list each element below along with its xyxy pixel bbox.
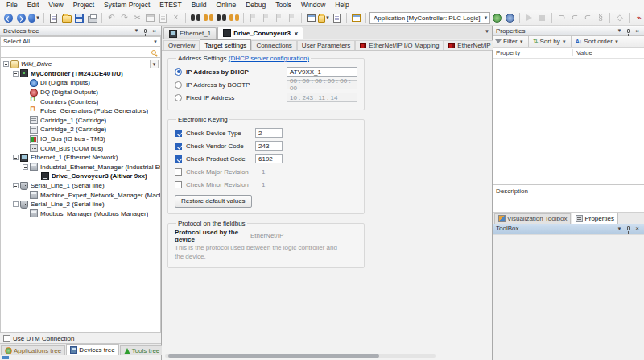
tab-overview[interactable]: Overview bbox=[163, 40, 200, 50]
tab-properties[interactable]: Properties bbox=[572, 213, 617, 224]
restore-default-values-button[interactable]: Restore default values bbox=[175, 195, 252, 208]
tab-connections[interactable]: Connections bbox=[251, 40, 296, 50]
bookmark-prev-icon[interactable] bbox=[273, 12, 285, 24]
tree-item-cartridge-2[interactable]: Cartridge_2 (Cartridge) bbox=[1, 125, 160, 134]
panel-menu-icon[interactable]: ▼ bbox=[132, 27, 141, 35]
menu-edit[interactable]: Edit bbox=[23, 1, 44, 9]
bookmark-next-icon[interactable] bbox=[260, 12, 272, 24]
login-icon[interactable] bbox=[491, 12, 503, 24]
find-icon[interactable] bbox=[189, 12, 201, 24]
tree-item-serial-line-2[interactable]: Serial_Line_2 (Serial line) bbox=[1, 200, 160, 209]
expander-icon[interactable] bbox=[13, 71, 19, 77]
paste-icon[interactable] bbox=[157, 12, 169, 24]
scrollbar-thumb[interactable] bbox=[168, 354, 379, 358]
find-next-icon[interactable] bbox=[202, 12, 214, 24]
tree-item-drive-convoyeur3[interactable]: Drive_Convoyeur3 (Altivar 9xx) bbox=[1, 172, 160, 181]
delete-icon[interactable]: × bbox=[170, 12, 182, 24]
pin-icon[interactable] bbox=[624, 224, 633, 233]
application-selector[interactable]: Application [MyController: PLC Logic]▼ bbox=[369, 12, 490, 24]
copy-icon[interactable] bbox=[144, 12, 156, 24]
check-vendor-code-checkbox[interactable] bbox=[175, 143, 182, 150]
history-dropdown-icon[interactable]: ▼ bbox=[28, 12, 40, 24]
menu-build[interactable]: Build bbox=[187, 1, 212, 9]
property-column-header[interactable]: Property bbox=[493, 49, 573, 56]
forward-icon[interactable] bbox=[15, 12, 27, 24]
close-tab-icon[interactable]: x bbox=[295, 30, 298, 37]
undo-icon[interactable]: ↶ bbox=[105, 12, 118, 24]
menu-help[interactable]: Help bbox=[330, 1, 353, 9]
logout-icon[interactable] bbox=[504, 12, 516, 24]
breakpoint-icon[interactable]: ◇ bbox=[613, 12, 625, 24]
tab-drive-convoyeur3[interactable]: Drive_Convoyeur3x bbox=[217, 27, 303, 39]
menu-etest[interactable]: ETEST bbox=[155, 1, 186, 9]
tree-item-ethernet-1[interactable]: Ethernet_1 (Ethernet Network) bbox=[1, 153, 160, 163]
calendar-icon[interactable] bbox=[350, 12, 362, 24]
menu-window[interactable]: Window bbox=[296, 1, 330, 9]
replace-icon[interactable] bbox=[228, 12, 240, 24]
fixed-ip-field[interactable]: 10 . 243 . 11 . 14 bbox=[287, 93, 357, 102]
tree-item-di[interactable]: DI (Digital Inputs) bbox=[1, 78, 160, 88]
tab-user-parameters[interactable]: User Parameters bbox=[297, 40, 355, 50]
expander-icon[interactable] bbox=[3, 61, 9, 67]
run-icon[interactable] bbox=[523, 12, 535, 24]
tree-item-industrial-ethernet-manager[interactable]: Industrial_Ethernet_Manager (Industrial … bbox=[1, 163, 160, 172]
menu-project[interactable]: Project bbox=[68, 1, 99, 9]
step-into-icon[interactable]: ⊂ bbox=[568, 12, 580, 24]
tab-tools-tree[interactable]: Tools tree bbox=[120, 345, 164, 355]
value-column-header[interactable]: Value bbox=[573, 49, 592, 56]
tree-item-project[interactable]: Wiki_Drive bbox=[1, 60, 160, 69]
redo-icon[interactable]: ↷ bbox=[118, 12, 130, 24]
save-icon[interactable] bbox=[73, 12, 85, 24]
menu-system-project[interactable]: System Project bbox=[99, 1, 155, 9]
properties-grid-body[interactable] bbox=[493, 59, 644, 184]
horizontal-scrollbar[interactable] bbox=[165, 354, 436, 358]
menu-debug[interactable]: Debug bbox=[241, 1, 270, 9]
tab-list-dropdown-icon[interactable]: ▼ bbox=[485, 29, 489, 34]
reset-icon[interactable]: § bbox=[594, 12, 606, 24]
step-over-icon[interactable]: ⊃ bbox=[555, 12, 568, 24]
check-product-code-checkbox[interactable] bbox=[175, 155, 182, 163]
stop-icon[interactable] bbox=[536, 12, 548, 24]
tree-item-io-bus[interactable]: IO_Bus (IO bus - TM3) bbox=[1, 134, 160, 144]
new-doc-icon[interactable] bbox=[331, 12, 343, 24]
search-icon[interactable] bbox=[151, 50, 156, 55]
check-major-revision-checkbox[interactable] bbox=[175, 168, 182, 176]
tree-filter-dropdown[interactable]: Select All▼ bbox=[0, 36, 161, 47]
product-code-field[interactable]: 6192 bbox=[255, 154, 283, 163]
bookmark-clear-icon[interactable] bbox=[286, 12, 298, 24]
tab-applications-tree[interactable]: Applications tree bbox=[1, 345, 65, 355]
tree-item-controller[interactable]: MyController (TM241CE40T/U) bbox=[1, 69, 160, 79]
fixed-ip-radio[interactable] bbox=[175, 94, 182, 101]
tab-devices-tree[interactable]: Devices tree bbox=[66, 344, 118, 355]
search-input[interactable] bbox=[3, 48, 151, 56]
tree-item-pulse-generators[interactable]: Pulse_Generators (Pulse Generators) bbox=[1, 106, 160, 116]
new-folder-icon[interactable]: ▼ bbox=[318, 12, 330, 24]
tab-visualization-toolbox[interactable]: Visualization Toolbox bbox=[494, 213, 571, 224]
tab-ethernet-1[interactable]: Ethernet_1 bbox=[163, 27, 217, 39]
check-device-type-checkbox[interactable] bbox=[175, 130, 182, 137]
ip-by-bootp-radio[interactable] bbox=[175, 81, 182, 89]
print-icon[interactable] bbox=[86, 12, 98, 24]
pin-icon[interactable] bbox=[141, 27, 150, 35]
tree-item-serial-line-1[interactable]: Serial_Line_1 (Serial line) bbox=[1, 181, 160, 191]
tree-dropdown-icon[interactable]: ▼ bbox=[150, 60, 159, 68]
expander-icon[interactable] bbox=[13, 201, 19, 207]
tab-target-settings[interactable]: Target settings bbox=[200, 39, 251, 50]
window-cascade-icon[interactable] bbox=[305, 12, 317, 24]
expander-icon[interactable] bbox=[13, 155, 19, 160]
close-icon[interactable]: × bbox=[150, 27, 159, 35]
panel-menu-icon[interactable]: ▼ bbox=[615, 224, 624, 233]
tab-ethernetip-io-mapping[interactable]: EtherNet/IP I/O Mapping bbox=[355, 40, 444, 50]
find-all-icon[interactable] bbox=[215, 12, 227, 24]
dhcp-name-field[interactable]: ATV9XX_1 bbox=[287, 67, 357, 77]
expander-icon[interactable] bbox=[23, 164, 28, 170]
tree-item-counters[interactable]: Counters (Counters) bbox=[1, 97, 160, 106]
filter-button[interactable]: Filter▼ bbox=[495, 38, 524, 45]
close-icon[interactable]: × bbox=[633, 27, 642, 35]
pin-icon[interactable] bbox=[624, 27, 633, 35]
check-minor-revision-checkbox[interactable] bbox=[175, 181, 182, 188]
ip-by-dhcp-radio[interactable] bbox=[175, 68, 182, 76]
tree-item-com-bus[interactable]: COM_Bus (COM bus) bbox=[1, 143, 160, 153]
new-file-icon[interactable] bbox=[47, 12, 60, 24]
menu-online[interactable]: Online bbox=[212, 1, 242, 9]
